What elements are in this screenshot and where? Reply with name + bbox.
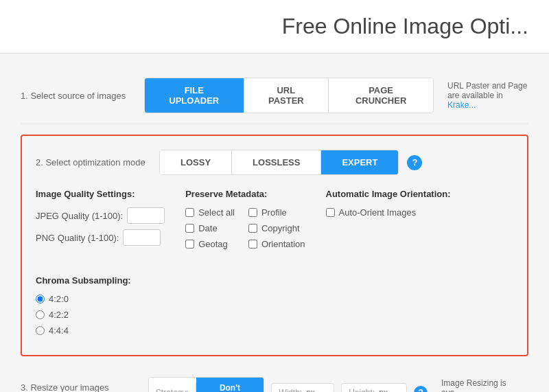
copyright-checkbox[interactable] <box>248 224 257 233</box>
expert-settings-grid: Image Quality Settings: JPEG Quality (1-… <box>36 189 513 341</box>
preserve-metadata-right: Profile Copyright Orientation <box>248 207 305 255</box>
page-title: Free Online Image Opti... <box>282 14 528 38</box>
chroma-420-radio[interactable] <box>36 295 45 303</box>
geotag-label: Geotag <box>198 239 228 249</box>
jpeg-quality-row: JPEG Quality (1-100): <box>36 207 165 224</box>
width-input[interactable] <box>306 388 327 392</box>
tab-file-uploader[interactable]: FILE UPLOADER <box>145 78 244 113</box>
height-group: Height: <box>341 383 407 392</box>
section-1: 1. Select source of images FILE UPLOADER… <box>21 67 528 124</box>
section-3-label: 3. Resize your images (optional) <box>21 382 148 392</box>
section-1-label: 1. Select source of images <box>21 91 144 101</box>
png-quality-row: PNG Quality (1-100): <box>36 229 165 246</box>
resize-controls: Strategy: Don't Resize Width: Height: ? <box>148 377 428 392</box>
preserve-metadata-left: Select all Date Geotag <box>185 207 235 255</box>
section-2-header: 2. Select optimization mode LOSSY LOSSLE… <box>36 150 513 175</box>
profile-label: Profile <box>261 207 287 218</box>
resize-help-icon[interactable]: ? <box>414 386 428 392</box>
quality-settings-title: Image Quality Settings: <box>36 189 165 199</box>
kraken-link[interactable]: Krake... <box>447 100 476 110</box>
main-content: 1. Select source of images FILE UPLOADER… <box>0 54 549 392</box>
width-label: Width: <box>279 388 302 392</box>
chroma-444-row: 4:4:4 <box>36 325 132 336</box>
height-label: Height: <box>349 388 375 392</box>
png-quality-input[interactable] <box>123 229 161 246</box>
section-3: 3. Resize your images (optional) Strateg… <box>21 367 528 392</box>
png-quality-label: PNG Quality (1-100): <box>36 233 119 243</box>
chroma-422-row: 4:2:2 <box>36 310 132 320</box>
chroma-420-row: 4:2:0 <box>36 294 132 304</box>
dont-resize-button[interactable]: Don't Resize <box>196 378 264 392</box>
chroma-420-label: 4:2:0 <box>49 294 69 304</box>
chroma-422-radio[interactable] <box>36 310 45 319</box>
strategy-label: Strategy: <box>149 382 196 392</box>
copyright-row: Copyright <box>248 223 305 233</box>
profile-checkbox[interactable] <box>248 208 257 217</box>
date-row: Date <box>185 223 235 233</box>
jpeg-quality-input[interactable] <box>127 207 165 224</box>
auto-orient-checkbox[interactable] <box>326 208 335 217</box>
mode-help-icon[interactable]: ? <box>407 155 422 170</box>
header: Free Online Image Opti... <box>0 0 549 54</box>
height-input[interactable] <box>379 388 399 392</box>
orientation-row: Orientation <box>248 239 305 249</box>
jpeg-quality-label: JPEG Quality (1-100): <box>36 211 123 221</box>
source-tab-group: FILE UPLOADER URL PASTER PAGE CRUNCHER <box>144 78 434 113</box>
orientation-label: Orientation <box>261 239 305 249</box>
date-checkbox[interactable] <box>185 224 194 233</box>
select-all-row: Select all <box>185 207 235 218</box>
chroma-subsampling-title: Chroma Subsampling: <box>36 275 132 286</box>
mode-lossless[interactable]: LOSSLESS <box>232 150 321 174</box>
mode-expert[interactable]: EXPERT <box>321 150 398 174</box>
auto-orientation-col: Automatic Image Orientation: Auto-Orient… <box>326 189 451 255</box>
quality-settings-col: Image Quality Settings: JPEG Quality (1-… <box>36 189 165 255</box>
tab-page-cruncher[interactable]: PAGE CRUNCHER <box>329 78 433 113</box>
width-group: Width: <box>271 383 334 392</box>
section-2-label: 2. Select optimization mode <box>36 157 159 168</box>
select-all-checkbox[interactable] <box>185 208 194 217</box>
tab-url-paster[interactable]: URL PASTER <box>244 78 329 113</box>
preserve-metadata-title: Preserve Metadata: <box>185 189 305 199</box>
copyright-label: Copyright <box>261 223 300 233</box>
geotag-row: Geotag <box>185 239 235 249</box>
date-label: Date <box>198 223 217 233</box>
strategy-group: Strategy: Don't Resize <box>148 377 264 392</box>
section-1-note: URL Paster and Page are available in Kra… <box>447 81 528 110</box>
auto-orient-row: Auto-Orient Images <box>326 207 451 218</box>
profile-row: Profile <box>248 207 305 218</box>
mode-lossy[interactable]: LOSSY <box>160 150 232 174</box>
mode-tab-group: LOSSY LOSSLESS EXPERT <box>159 150 399 175</box>
chroma-422-label: 4:2:2 <box>49 310 69 320</box>
preserve-metadata-col: Preserve Metadata: Select all Date <box>185 189 305 255</box>
select-all-label: Select all <box>198 207 235 218</box>
chroma-444-radio[interactable] <box>36 326 45 335</box>
chroma-subsampling-col: Chroma Subsampling: 4:2:0 4:2:2 4:4:4 <box>36 275 132 341</box>
auto-orientation-title: Automatic Image Orientation: <box>326 189 451 199</box>
auto-orient-label: Auto-Orient Images <box>339 207 417 218</box>
section-2-box: 2. Select optimization mode LOSSY LOSSLE… <box>21 135 528 356</box>
orientation-checkbox[interactable] <box>248 240 257 249</box>
chroma-444-label: 4:4:4 <box>49 325 69 336</box>
section-3-note: Image Resizing is ava... Kraken.io PRO <box>441 378 528 392</box>
geotag-checkbox[interactable] <box>185 240 194 249</box>
